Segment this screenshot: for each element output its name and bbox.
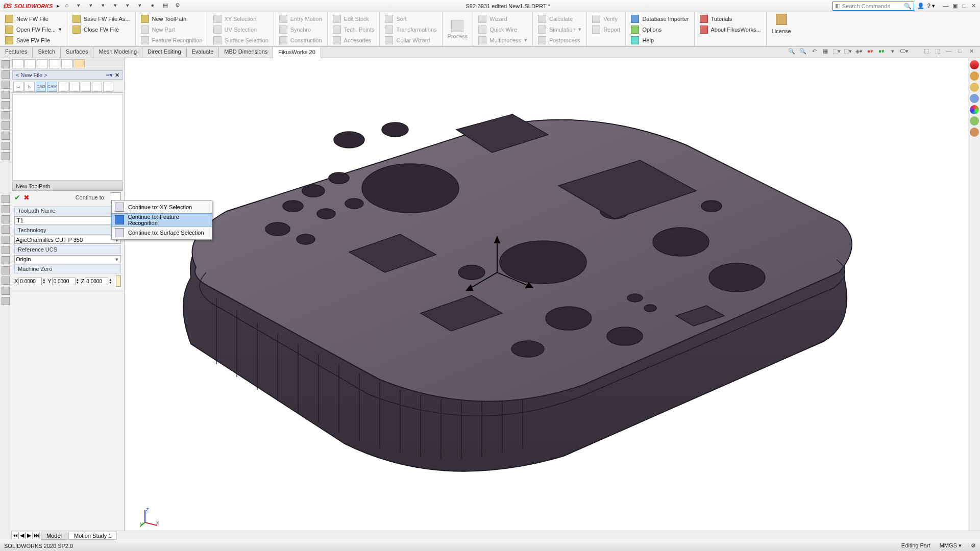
section-view-icon[interactable]: ▦ xyxy=(821,48,830,57)
property-manager-tab[interactable] xyxy=(24,59,36,68)
license-button[interactable]: License xyxy=(770,13,793,35)
machine-zero-x-input[interactable] xyxy=(18,278,42,285)
tab-mesh-modeling[interactable]: Mesh Modeling xyxy=(93,47,142,58)
left-tool-icon[interactable] xyxy=(2,132,10,140)
tab-surfaces[interactable]: Surfaces xyxy=(61,47,93,58)
forum-tab[interactable] xyxy=(970,128,979,137)
display-manager-tab[interactable] xyxy=(61,59,72,68)
mini-tool-icon[interactable]: ▭ xyxy=(13,82,23,92)
model-tab[interactable]: Model xyxy=(41,532,67,540)
hide-show-icon[interactable]: ◈▾ xyxy=(854,48,864,57)
toolpath-name-input[interactable] xyxy=(14,216,121,224)
tab-mbd-dimensions[interactable]: MBD Dimensions xyxy=(219,47,273,58)
save-fw-file-button[interactable]: Save FW File xyxy=(3,36,64,45)
save-icon[interactable]: ▾ xyxy=(102,2,110,10)
home-icon[interactable]: ⌂ xyxy=(65,2,73,10)
custom-properties-tab[interactable] xyxy=(970,116,979,126)
status-extra-icon[interactable]: ⚙ xyxy=(971,542,976,549)
help-button[interactable]: Help xyxy=(629,36,691,45)
mini-tool-icon[interactable] xyxy=(58,82,68,92)
reference-ucs-select[interactable]: Origin xyxy=(14,255,121,263)
left-tool-icon[interactable] xyxy=(2,121,10,130)
technology-select[interactable]: AgieCharmilles CUT P 350 xyxy=(14,236,121,244)
database-importer-button[interactable]: Database Importer xyxy=(629,14,691,23)
file-explorer-tab[interactable] xyxy=(970,83,979,92)
options-button[interactable]: Options xyxy=(629,25,691,34)
accept-button[interactable]: ✔ xyxy=(14,193,20,202)
view-orientation-icon[interactable]: ⬚▾ xyxy=(832,48,841,57)
machine-zero-z-input[interactable] xyxy=(85,278,108,285)
tab-nav-last-icon[interactable]: ⏭ xyxy=(33,532,40,539)
open-icon[interactable]: ▾ xyxy=(89,2,97,10)
zoom-fit-icon[interactable]: 🔍 xyxy=(787,48,796,57)
left-tool-icon[interactable] xyxy=(2,152,10,160)
mini-tool-icon[interactable] xyxy=(69,82,80,92)
render-icon[interactable]: ▾ xyxy=(888,48,897,57)
left-tool-icon[interactable] xyxy=(2,256,10,264)
left-tool-icon[interactable] xyxy=(2,215,10,223)
tree-area[interactable] xyxy=(12,94,123,181)
tab-features[interactable]: Features xyxy=(0,47,33,58)
left-tool-icon[interactable] xyxy=(2,101,10,109)
mini-tool-icon[interactable] xyxy=(92,82,102,92)
help-icon[interactable]: ? ▾ xyxy=(927,3,935,9)
viewport-min-icon[interactable]: — xyxy=(944,48,953,57)
tab-fikusworks[interactable]: FikusWorks 20 xyxy=(273,47,321,58)
continue-surface-selection-item[interactable]: Continue to: Surface Selection xyxy=(112,226,212,239)
left-tool-icon[interactable] xyxy=(2,142,10,150)
left-tool-icon[interactable] xyxy=(2,226,10,234)
solidworks-resources-tab[interactable] xyxy=(970,60,979,69)
left-tool-icon[interactable] xyxy=(2,297,10,305)
spinner-icon[interactable]: ▲▼ xyxy=(109,278,112,284)
new-toolpath-button[interactable]: New ToolPath xyxy=(139,14,205,23)
select-icon[interactable]: ▾ xyxy=(138,2,146,10)
view-palette-tab[interactable] xyxy=(970,94,979,103)
status-units[interactable]: MMGS ▾ xyxy=(940,542,962,549)
tab-nav-prev-icon[interactable]: ◀ xyxy=(18,532,26,539)
about-button[interactable]: About FikusWorks... xyxy=(698,25,763,34)
left-tool-icon[interactable] xyxy=(2,111,10,119)
options-icon[interactable]: ▤ xyxy=(163,2,171,10)
left-tool-icon[interactable] xyxy=(2,91,10,99)
design-library-tab[interactable] xyxy=(970,71,979,81)
new-fw-file-button[interactable]: New FW File xyxy=(3,14,64,23)
appearances-tab[interactable] xyxy=(970,105,979,114)
minimize-button[interactable]: — xyxy=(942,3,949,9)
display-icon[interactable]: 🖵▾ xyxy=(899,48,909,57)
graphics-viewport[interactable]: z x y xyxy=(125,58,968,540)
viewport-single-icon[interactable]: ⬚ xyxy=(922,48,931,57)
file-header-close-icon[interactable]: ✕ xyxy=(115,72,119,79)
cam-mode-button[interactable]: CAM xyxy=(47,82,57,92)
left-tool-icon[interactable] xyxy=(2,70,10,79)
login-icon[interactable]: 👤 xyxy=(917,3,924,9)
save-fw-file-as-button[interactable]: Save FW File As... xyxy=(70,14,132,23)
menu-dropdown-icon[interactable]: ▸ xyxy=(57,3,60,9)
mini-tool-icon[interactable] xyxy=(81,82,91,92)
close-button[interactable]: ✕ xyxy=(970,3,977,9)
spinner-icon[interactable]: ▲▼ xyxy=(76,278,79,284)
viewport-close-icon[interactable]: ✕ xyxy=(967,48,976,57)
tab-direct-editing[interactable]: Direct Editing xyxy=(142,47,186,58)
appearance-icon[interactable]: ●▾ xyxy=(866,48,875,57)
cam-manager-tab[interactable] xyxy=(74,59,85,68)
print-icon[interactable]: ▾ xyxy=(114,2,122,10)
machine-zero-y-input[interactable] xyxy=(52,278,76,285)
viewport-max-icon[interactable]: □ xyxy=(955,48,965,57)
maximize-button[interactable]: □ xyxy=(961,3,968,9)
left-tool-icon[interactable] xyxy=(2,81,10,89)
search-icon[interactable]: 🔍 xyxy=(904,3,912,10)
rebuild-icon[interactable]: ● xyxy=(151,2,159,10)
spinner-icon[interactable]: ▲▼ xyxy=(42,278,45,284)
viewport-link-icon[interactable]: ⬚ xyxy=(933,48,942,57)
display-style-icon[interactable]: ⬚▾ xyxy=(843,48,852,57)
left-tool-icon[interactable] xyxy=(2,60,10,68)
file-header[interactable]: < New File > ╍▾ ✕ xyxy=(12,70,123,80)
dimxpert-manager-tab[interactable] xyxy=(49,59,60,68)
cancel-button[interactable]: ✖ xyxy=(23,193,30,202)
left-tool-icon[interactable] xyxy=(2,205,10,213)
tab-sketch[interactable]: Sketch xyxy=(33,47,61,58)
configuration-manager-tab[interactable] xyxy=(37,59,48,68)
left-tool-icon[interactable] xyxy=(2,287,10,295)
left-tool-icon[interactable] xyxy=(2,195,10,203)
settings-gear-icon[interactable]: ⚙ xyxy=(175,2,183,10)
